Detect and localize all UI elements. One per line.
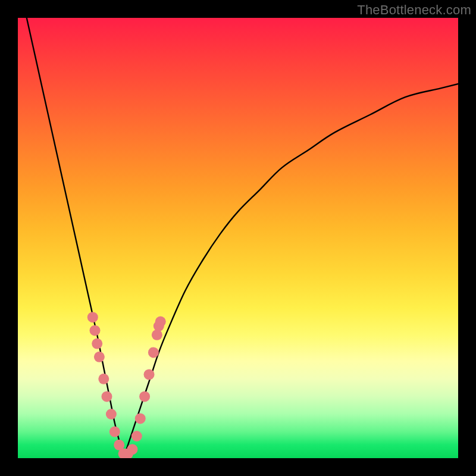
highlight-marker: [155, 317, 166, 327]
highlight-marker: [139, 391, 150, 402]
watermark-text: TheBottleneck.com: [357, 2, 471, 18]
highlight-marker: [92, 339, 102, 349]
curve-layer: [18, 18, 458, 458]
right-branch-path: [124, 84, 458, 458]
highlight-marker: [148, 347, 159, 358]
highlight-marker: [87, 312, 98, 322]
highlight-marker: [98, 374, 109, 384]
highlight-marker: [127, 444, 137, 455]
chart-stage: TheBottleneck.com: [0, 0, 476, 476]
highlight-marker: [135, 413, 146, 424]
highlight-marker: [101, 391, 112, 402]
highlight-marker: [94, 352, 105, 362]
highlight-marker: [144, 369, 155, 380]
highlight-marker: [131, 431, 142, 441]
highlight-markers: [87, 312, 166, 458]
highlight-marker: [106, 409, 117, 419]
highlight-marker: [109, 427, 120, 437]
highlight-marker: [152, 330, 162, 340]
plot-area: [18, 18, 458, 458]
right-branch-curve: [124, 84, 458, 458]
highlight-marker: [90, 325, 101, 336]
